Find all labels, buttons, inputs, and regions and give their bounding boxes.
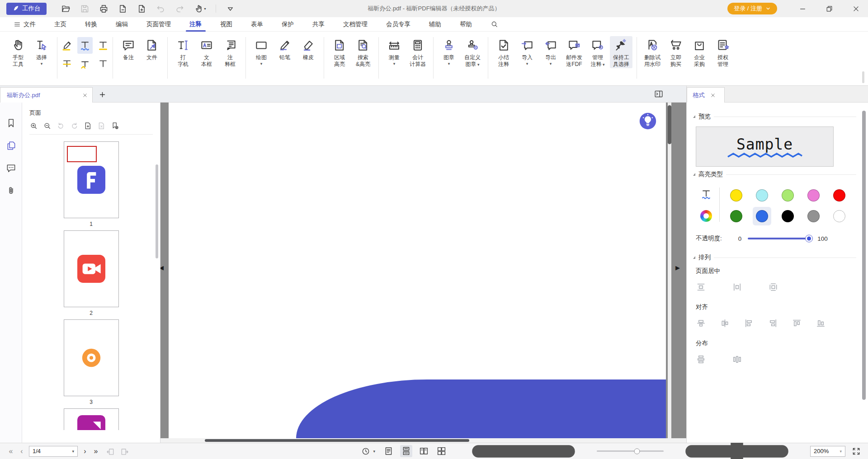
customize-toolbar-button[interactable] [226, 4, 235, 14]
page-thumbnail-2[interactable] [64, 230, 119, 307]
next-page-button[interactable]: › [80, 447, 90, 455]
page-number-input[interactable]: 1/4 ▾ [29, 446, 78, 457]
align-bottom-icon[interactable] [816, 318, 826, 328]
previous-view-icon[interactable] [106, 447, 115, 456]
login-register-button[interactable]: 登录 / 注册 [727, 3, 777, 14]
ribbon-item-select-tool[interactable]: 选择▾ [30, 36, 53, 68]
page-center-vertical-icon[interactable] [732, 282, 742, 292]
workbench-button[interactable]: 工作台 [6, 3, 47, 15]
align-right-icon[interactable] [768, 318, 778, 328]
document-tab[interactable]: 福昕办公.pdf [0, 87, 93, 103]
ribbon-item-replace-text[interactable] [77, 55, 93, 72]
facing-page-button[interactable] [418, 445, 430, 457]
new-tab-button[interactable] [99, 91, 106, 98]
touch-mode-button[interactable]: ▾ [194, 4, 206, 14]
single-page-button[interactable] [382, 445, 395, 457]
last-page-button[interactable]: » [90, 447, 101, 455]
zoom-level-input[interactable]: 200% ▾ [810, 446, 845, 457]
color-swatch-8[interactable] [807, 210, 820, 222]
rotate-left-icon[interactable] [57, 122, 65, 130]
ribbon-item-measure[interactable]: 测量▾ [383, 36, 406, 68]
restore-button[interactable] [826, 5, 833, 13]
ribbon-item-export-comments[interactable]: 导出▾ [539, 36, 562, 68]
menu-item-home[interactable]: 主页 [54, 20, 66, 28]
redo-button[interactable] [175, 4, 184, 14]
ribbon-item-eraser[interactable]: 橡皮 [297, 36, 320, 66]
menu-item-page-manage[interactable]: 页面管理 [146, 20, 171, 28]
print-button[interactable] [99, 4, 108, 14]
first-page-button[interactable]: « [5, 447, 16, 455]
ribbon-item-file-attachment[interactable]: 文件 [141, 36, 163, 61]
color-swatch-0[interactable] [730, 189, 742, 201]
align-horizontal-center-icon[interactable] [696, 318, 706, 328]
color-swatch-selected[interactable] [753, 207, 771, 225]
color-swatch-4[interactable] [833, 189, 845, 201]
color-swatch-5[interactable] [730, 210, 742, 222]
ribbon-item-calculator[interactable]: 会计计算器 [406, 36, 429, 68]
ribbon-item-summarize-comments[interactable]: 小结注释 [492, 36, 515, 68]
align-left-icon[interactable] [744, 318, 754, 328]
fullscreen-icon[interactable] [852, 447, 861, 456]
bookmarks-icon[interactable] [6, 118, 16, 128]
ribbon-item-license-manage[interactable]: 授权管理 [712, 36, 734, 68]
highlight-type-section-header[interactable]: 高亮类型 [693, 170, 868, 178]
vertical-scrollbar-thumb[interactable] [668, 105, 671, 144]
opacity-slider[interactable] [748, 238, 811, 239]
color-swatch-7[interactable] [782, 210, 794, 222]
color-swatch-3[interactable] [807, 189, 820, 201]
enlarge-thumbnail-icon[interactable] [29, 122, 38, 130]
menu-item-assist[interactable]: 辅助 [429, 20, 441, 28]
extract-page-button[interactable] [118, 4, 127, 14]
menu-item-file[interactable]: 文件 [14, 20, 36, 28]
next-view-icon[interactable] [120, 447, 129, 456]
thumbnails-scrollbar[interactable] [156, 164, 158, 258]
opacity-slider-knob[interactable] [805, 235, 813, 243]
format-tab[interactable]: 格式 [687, 87, 725, 103]
lightbulb-tip-button[interactable] [639, 112, 656, 130]
zoom-slider-knob[interactable] [634, 448, 640, 454]
page-center-horizontal-icon[interactable] [696, 282, 706, 292]
ribbon-item-highlight[interactable] [59, 37, 75, 54]
continuous-page-button[interactable] [400, 445, 412, 457]
horizontal-scrollbar-thumb[interactable] [205, 439, 469, 442]
ribbon-item-squiggly[interactable] [77, 37, 93, 54]
menu-item-view[interactable]: 视图 [220, 20, 232, 28]
menu-item-member[interactable]: 会员专享 [386, 20, 410, 28]
distribute-vertically-icon[interactable] [696, 354, 706, 365]
ribbon-item-enterprise-purchase[interactable]: 企业采购 [688, 36, 711, 68]
reading-history-button[interactable]: ▾ [361, 447, 375, 456]
menu-item-doc-manage[interactable]: 文档管理 [343, 20, 368, 28]
menu-item-convert[interactable]: 转换 [85, 20, 97, 28]
page-thumbnail-3[interactable] [64, 319, 119, 396]
menu-item-edit[interactable]: 编辑 [116, 20, 128, 28]
distribute-horizontally-icon[interactable] [732, 354, 742, 365]
zoom-slider[interactable] [597, 450, 664, 452]
delete-page-icon[interactable] [97, 122, 106, 130]
menu-item-help[interactable]: 帮助 [460, 20, 472, 28]
collapse-right-panel-arrow[interactable]: ▶ [675, 264, 680, 271]
pages-icon[interactable] [6, 141, 16, 151]
ribbon-item-insert-text[interactable] [95, 55, 111, 72]
ribbon-item-keep-tool-selected[interactable]: 保持工具选择 [610, 36, 632, 68]
align-top-icon[interactable] [792, 318, 802, 328]
previous-page-button[interactable]: ‹ [16, 447, 27, 455]
facing-continuous-button[interactable] [435, 445, 448, 457]
pdf-page[interactable] [169, 103, 666, 438]
comments-icon[interactable] [6, 163, 16, 173]
squiggly-style-icon[interactable] [700, 188, 712, 200]
insert-page-button[interactable] [137, 4, 146, 14]
ribbon-item-stamp[interactable]: 图章▾ [438, 36, 460, 68]
page-center-both-icon[interactable] [768, 282, 778, 292]
menu-item-form[interactable]: 表单 [251, 20, 263, 28]
insert-page-icon[interactable] [84, 122, 92, 130]
ribbon-item-remove-trial-watermark[interactable]: 删除试用水印 [641, 36, 664, 68]
panel-toggle-icon[interactable] [654, 89, 664, 99]
ribbon-item-search-highlight[interactable]: 搜索&高亮 [352, 36, 374, 68]
ribbon-item-strikeout[interactable] [59, 55, 75, 72]
ribbon-item-custom-stamp[interactable]: 自定义图章 ▾ [461, 36, 484, 68]
ribbon-item-manage-comments[interactable]: 管理注释 ▾ [586, 36, 609, 68]
ribbon-item-drawing[interactable]: 绘图▾ [250, 36, 273, 66]
attachments-icon[interactable] [6, 186, 16, 196]
ribbon-item-area-highlight[interactable]: 区域高亮 [328, 36, 351, 68]
minimize-button[interactable] [799, 5, 807, 13]
